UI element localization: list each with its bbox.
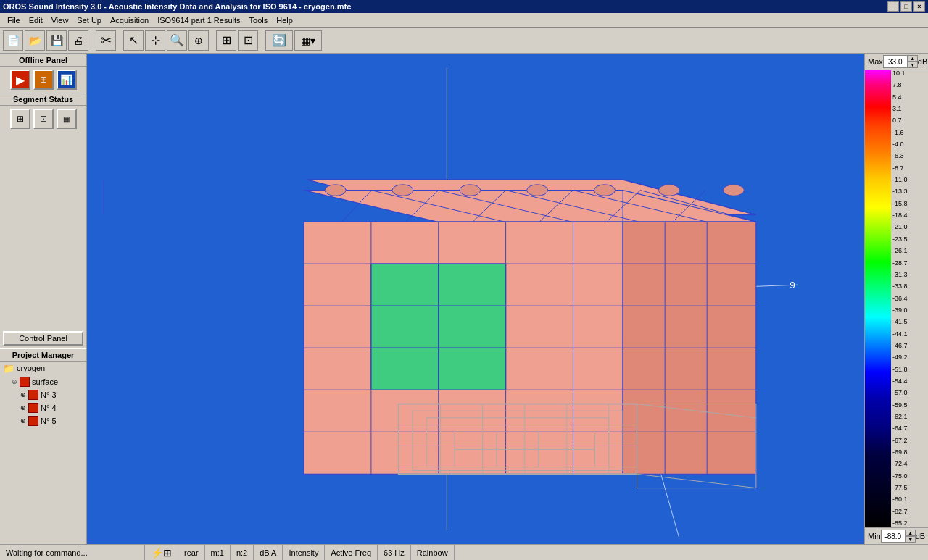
probe-label: 9 <box>790 280 795 291</box>
tick-26: -54.4 <box>892 378 927 385</box>
tree-label-n3: N° 3 <box>41 390 57 399</box>
n3-icon <box>28 390 38 400</box>
tree-item-n5[interactable]: ⊕ N° 5 <box>0 414 86 427</box>
pointer-button[interactable]: ↖ <box>123 30 144 51</box>
status-colormap: Rainbow <box>411 545 455 560</box>
open-button[interactable]: 📂 <box>25 30 45 51</box>
segment-icon-3[interactable]: ▦ <box>57 109 77 129</box>
tick-20: -39.0 <box>892 307 927 314</box>
menu-edit[interactable]: Edit <box>25 14 47 26</box>
scale-unit-bottom: dB <box>916 532 925 540</box>
tick-10: -13.3 <box>892 188 927 196</box>
tick-0: 10.1 <box>892 70 927 78</box>
scale-gradient: 10.1 7.8 5.4 3.1 0.7 -1.6 -4.0 -6.3 -8.7… <box>865 70 928 527</box>
n4-icon <box>28 403 38 413</box>
scale-max-spinbox[interactable]: ▲ ▼ <box>883 55 918 68</box>
scale-max-up[interactable]: ▲ <box>908 55 918 62</box>
offline-icon-1[interactable]: ▶ <box>10 70 30 90</box>
scale-top: Max ▲ ▼ dB <box>865 54 928 70</box>
tick-13: -21.0 <box>892 224 927 231</box>
offline-panel-icons: ▶ ⊞ 📊 <box>0 67 86 93</box>
n5-icon <box>28 416 38 426</box>
tick-38: -85.2 <box>892 520 927 527</box>
menu-file[interactable]: File <box>3 14 25 26</box>
tick-25: -51.8 <box>892 367 927 374</box>
view-button[interactable]: ▦▾ <box>294 30 322 51</box>
scale-min-down[interactable]: ▼ <box>906 536 916 543</box>
svg-point-22 <box>594 185 615 196</box>
overlay-button[interactable]: ⊡ <box>238 30 258 51</box>
scale-max-input[interactable] <box>883 55 908 68</box>
tick-27: -57.0 <box>892 390 927 397</box>
tick-14: -23.5 <box>892 236 927 243</box>
tick-36: -80.1 <box>892 496 927 503</box>
svg-point-21 <box>527 185 548 196</box>
tick-12: -18.4 <box>892 212 927 220</box>
scale-min-input[interactable] <box>881 530 906 543</box>
tick-37: -82.7 <box>892 509 927 516</box>
select-button[interactable]: ⊹ <box>145 30 165 51</box>
tree-item-n3[interactable]: ⊕ N° 3 <box>0 388 86 401</box>
status-icons: ⚡ ⊞ <box>145 545 178 560</box>
new-button[interactable]: 📄 <box>3 30 23 51</box>
menu-acquisition[interactable]: Acquisition <box>106 14 153 26</box>
cut-button[interactable]: ✂ <box>96 30 116 51</box>
svg-point-24 <box>723 185 744 196</box>
svg-line-61 <box>637 474 755 488</box>
status-position: rear <box>178 545 205 560</box>
expand-n5: ⊕ <box>20 417 26 425</box>
tick-2: 5.4 <box>892 94 927 101</box>
grid-button[interactable]: ⊞ <box>216 30 236 51</box>
offline-panel-title: Offline Panel <box>0 54 86 67</box>
control-panel-button[interactable]: Control Panel <box>3 331 83 346</box>
zoom-button[interactable]: 🔍 <box>167 30 187 51</box>
scale-max-down[interactable]: ▼ <box>908 62 918 68</box>
tree-item-surface[interactable]: ⊕ surface <box>0 375 86 388</box>
segment-icon-1[interactable]: ⊞ <box>10 109 30 129</box>
tick-15: -26.1 <box>892 248 927 255</box>
project-manager-title: Project Manager <box>0 348 86 362</box>
status-text: Waiting for command... <box>0 545 145 560</box>
status-freq-type: Active Freq <box>325 545 378 560</box>
segment-icon-2[interactable]: ⊡ <box>33 109 54 129</box>
svg-point-20 <box>460 185 481 196</box>
minimize-button[interactable]: _ <box>887 1 899 12</box>
close-button[interactable]: × <box>914 1 925 12</box>
canvas-area[interactable]: 9 <box>87 54 864 544</box>
crosshair-button[interactable]: ⊕ <box>188 30 209 51</box>
scale-max-label: Max <box>868 57 883 66</box>
tick-9: -11.0 <box>892 177 927 184</box>
expand-n4: ⊕ <box>20 404 26 411</box>
scale-min-spinbox[interactable]: ▲ ▼ <box>881 530 916 543</box>
scale-min-up[interactable]: ▲ <box>906 530 916 536</box>
svg-point-18 <box>325 185 346 196</box>
save-button[interactable]: 💾 <box>46 30 67 51</box>
menu-results[interactable]: ISO9614 part 1 Results <box>153 14 244 26</box>
tick-28: -59.5 <box>892 402 927 409</box>
tick-23: -46.7 <box>892 343 927 350</box>
offline-icon-3[interactable]: 📊 <box>57 70 77 90</box>
tree-item-n4[interactable]: ⊕ N° 4 <box>0 401 86 414</box>
tick-16: -28.7 <box>892 260 927 267</box>
toolbar: 📄 📂 💾 🖨 ✂ ↖ ⊹ 🔍 ⊕ ⊞ ⊡ 🔄 ▦▾ <box>0 28 928 54</box>
menu-tools[interactable]: Tools <box>245 14 273 26</box>
menu-setup[interactable]: Set Up <box>72 14 106 26</box>
menu-view[interactable]: View <box>47 14 73 26</box>
maximize-button[interactable]: □ <box>900 1 912 12</box>
tick-24: -49.2 <box>892 354 927 362</box>
svg-point-19 <box>392 185 413 196</box>
status-bar: Waiting for command... ⚡ ⊞ rear m:1 n:2 … <box>0 544 928 560</box>
svg-point-23 <box>658 185 679 196</box>
tick-34: -75.0 <box>892 473 927 480</box>
project-manager: Project Manager 📁 cryogen ⊕ surface ⊕ <box>0 348 86 545</box>
title-bar: OROS Sound Intensity 3.0 - Acoustic Inte… <box>0 0 928 13</box>
tick-1: 7.8 <box>892 82 927 89</box>
status-freq-value: 63 Hz <box>378 545 411 560</box>
menu-help[interactable]: Help <box>272 14 297 26</box>
tick-4: 0.7 <box>892 117 927 125</box>
print-button[interactable]: 🖨 <box>68 30 88 51</box>
tree-item-cryogen[interactable]: 📁 cryogen <box>0 362 86 375</box>
rotate-button[interactable]: 🔄 <box>265 30 293 51</box>
surface-icon <box>20 377 30 387</box>
offline-icon-2[interactable]: ⊞ <box>33 70 54 90</box>
